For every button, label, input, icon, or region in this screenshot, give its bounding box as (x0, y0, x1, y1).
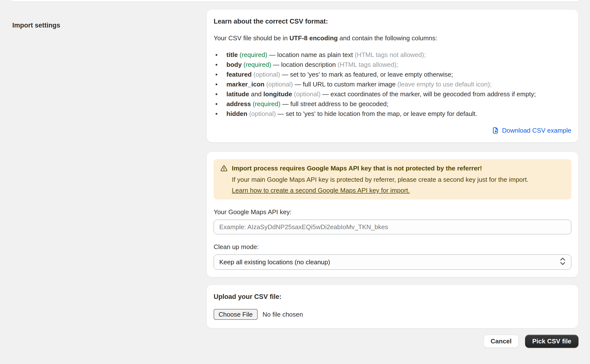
column-term: featured (226, 71, 252, 78)
csv-intro-encoding: UTF-8 encoding (289, 34, 338, 42)
cleanup-selected-value: Keep all existing locations (no cleanup) (219, 258, 330, 266)
column-desc: — set to 'yes' to mark as featured, or l… (280, 71, 453, 78)
column-status: (optional) (252, 71, 280, 78)
download-csv-label: Download CSV example (502, 126, 571, 135)
column-term: title (226, 51, 238, 58)
csv-column-item-lat-lng: latitude and longitude (optional) — exac… (214, 89, 571, 99)
column-tail: (HTML tags not allowed); (355, 51, 426, 58)
upload-card: Upload your CSV file: Choose File No fil… (206, 285, 578, 328)
csv-format-card: Learn about the correct CSV format: Your… (206, 9, 578, 142)
warning-banner: Import process requires Google Maps API … (214, 159, 571, 199)
file-chosen-status: No file chosen (263, 311, 303, 318)
file-download-icon (492, 126, 500, 134)
column-tail: (HTML tags allowed); (338, 61, 398, 68)
column-desc: — full street address to be geocoded; (280, 100, 388, 108)
column-term: body (226, 61, 242, 68)
cancel-button[interactable]: Cancel (484, 335, 519, 348)
column-term: address (226, 100, 251, 108)
cleanup-mode-select[interactable]: Keep all existing locations (no cleanup) (214, 254, 571, 270)
csv-intro-pre: Your CSV file should be in (214, 34, 289, 42)
footer-actions: Cancel Pick CSV file (206, 335, 578, 348)
column-status: (required) (251, 100, 280, 108)
updown-chevron-icon (559, 256, 566, 268)
csv-column-item-address: address (required) — full street address… (214, 99, 571, 109)
column-join: and (249, 90, 263, 98)
column-desc: — full URL to custom marker image (293, 81, 397, 88)
csv-column-item-body: body (required) — location description (… (214, 60, 571, 70)
column-status: (optional) (247, 110, 276, 117)
column-desc: — location name as plain text (267, 51, 355, 58)
pick-csv-file-button[interactable]: Pick CSV file (525, 335, 578, 348)
choose-file-button[interactable]: Choose File (214, 309, 258, 320)
warning-body: If your main Google Maps API key is prot… (232, 175, 529, 184)
column-term-2: longitude (263, 90, 292, 98)
csv-intro-post: and contain the following columns: (338, 34, 437, 42)
column-status: (required) (238, 51, 267, 58)
csv-intro: Your CSV file should be in UTF-8 encodin… (214, 34, 571, 42)
top-divider-bar (12, 0, 578, 2)
warning-learn-more-link[interactable]: Learn how to create a second Google Maps… (232, 186, 410, 195)
cleanup-mode-label: Clean up mode: (214, 243, 571, 251)
csv-column-item-marker-icon: marker_icon (optional) — full URL to cus… (214, 79, 571, 89)
api-key-input[interactable] (214, 220, 571, 234)
alert-triangle-icon (220, 165, 228, 173)
column-desc: — set to 'yes' to hide location from the… (276, 110, 477, 117)
csv-column-item-title: title (required) — location name as plai… (214, 50, 571, 60)
csv-column-item-hidden: hidden (optional) — set to 'yes' to hide… (214, 109, 571, 119)
warning-heading: Import process requires Google Maps API … (232, 164, 529, 172)
warning-banner-text: Import process requires Google Maps API … (232, 164, 529, 195)
column-term: latitude (226, 90, 249, 98)
column-status: (optional) (265, 81, 293, 88)
csv-columns-list: title (required) — location name as plai… (214, 50, 571, 119)
column-term: marker_icon (226, 81, 265, 88)
csv-format-heading: Learn about the correct CSV format: (214, 17, 571, 26)
column-term: hidden (226, 110, 247, 117)
upload-heading: Upload your CSV file: (214, 292, 571, 301)
download-link-row: Download CSV example (214, 126, 571, 135)
import-settings-card: Import process requires Google Maps API … (206, 152, 578, 277)
column-tail: (leave empty to use default icon); (398, 81, 492, 88)
column-status: (optional) (292, 90, 321, 98)
api-key-label: Your Google Maps API key: (214, 208, 571, 216)
csv-column-item-featured: featured (optional) — set to 'yes' to ma… (214, 70, 571, 79)
main-content: Learn about the correct CSV format: Your… (206, 9, 578, 348)
column-desc: — location description (271, 61, 338, 68)
page-title: Import settings (12, 22, 60, 29)
column-status: (required) (242, 61, 271, 68)
file-input-row: Choose File No file chosen (214, 309, 571, 320)
download-csv-link[interactable]: Download CSV example (492, 126, 571, 135)
column-desc: — exact coordinates of the marker, will … (321, 90, 536, 98)
